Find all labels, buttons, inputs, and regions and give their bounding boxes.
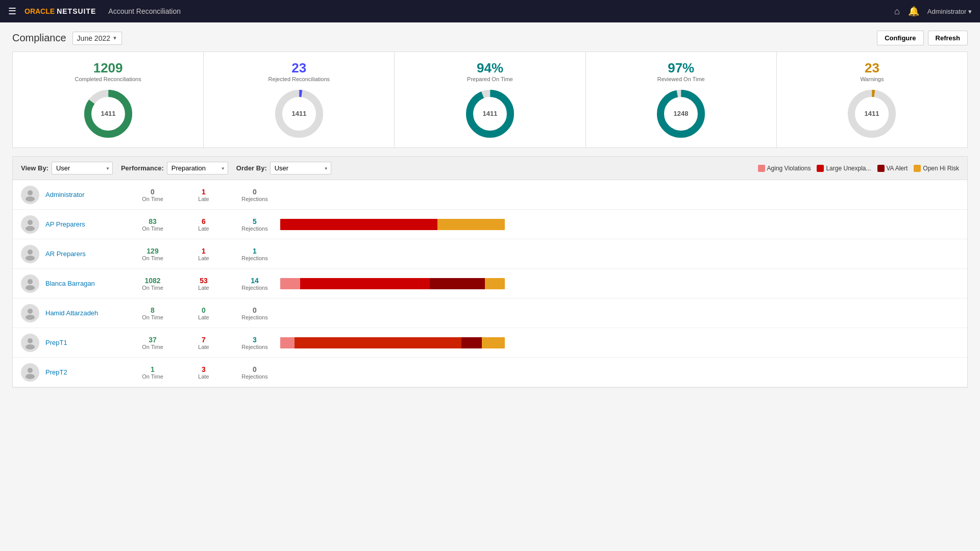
rejections-val-1: 5 — [229, 217, 280, 226]
view-by-select-wrapper: User Group Account Type — [52, 162, 113, 174]
user-name-0[interactable]: Administrator — [45, 191, 127, 198]
legend-item-3: Open Hi Risk — [914, 165, 959, 172]
user-name-4[interactable]: Hamid Attarzadeh — [45, 309, 127, 317]
stats-row: 1209 Completed Reconciliations 1411 23 R… — [12, 52, 968, 148]
svg-point-17 — [28, 220, 33, 225]
bar-container-3 — [280, 277, 959, 291]
bar-seg-1-1 — [437, 219, 505, 230]
stat-label-4: Warnings — [860, 76, 884, 82]
svg-text:1411: 1411 — [865, 110, 879, 117]
late-val-1: 6 — [178, 217, 229, 226]
bar-container-0 — [280, 188, 959, 202]
on-time-val-6: 1 — [127, 365, 178, 373]
stat-card-4: 23 Warnings 1411 — [777, 52, 967, 147]
on-time-val-3: 1082 — [127, 277, 178, 285]
on-time-val-2: 129 — [127, 247, 178, 255]
bar-container-4 — [280, 306, 959, 320]
svg-text:1411: 1411 — [291, 110, 306, 117]
on-time-cell-4: 8 On Time — [127, 306, 178, 320]
on-time-label-5: On Time — [127, 344, 178, 350]
svg-point-26 — [26, 344, 35, 349]
svg-point-25 — [28, 338, 33, 343]
header-buttons: Configure Refresh — [877, 31, 968, 45]
svg-point-15 — [28, 190, 33, 195]
refresh-button[interactable]: Refresh — [928, 31, 968, 45]
order-by-select[interactable]: User On Time Late — [270, 162, 331, 174]
logo: ORACLE NETSUITE — [24, 7, 96, 15]
on-time-val-0: 0 — [127, 188, 178, 196]
header-left: Compliance June 2022 ▼ — [12, 32, 122, 45]
stat-card-2: 94% Prepared On Time 1411 — [395, 52, 585, 147]
rejections-cell-1: 5 Rejections — [229, 217, 280, 232]
rejections-label-3: Rejections — [229, 285, 280, 291]
rejections-val-2: 1 — [229, 247, 280, 255]
order-by-group: Order By: User On Time Late — [236, 162, 331, 174]
user-avatar-4 — [21, 304, 39, 322]
stat-donut-0: 1411 — [83, 88, 134, 139]
legend-item-0: Aging Violations — [758, 165, 811, 172]
admin-menu[interactable]: Administrator ▾ — [927, 8, 972, 15]
rejections-cell-4: 0 Rejections — [229, 306, 280, 320]
bar-seg-3-0 — [280, 278, 300, 289]
on-time-cell-5: 37 On Time — [127, 336, 178, 350]
month-selector[interactable]: June 2022 ▼ — [72, 32, 122, 45]
late-val-3: 53 — [178, 277, 229, 285]
late-label-5: Late — [178, 344, 229, 350]
bell-icon[interactable]: 🔔 — [908, 6, 919, 17]
stat-card-0: 1209 Completed Reconciliations 1411 — [13, 52, 204, 147]
svg-point-21 — [28, 279, 33, 284]
compliance-title: Compliance — [12, 32, 66, 44]
rejections-cell-0: 0 Rejections — [229, 188, 280, 202]
stat-number-2: 94% — [477, 60, 503, 76]
configure-button[interactable]: Configure — [877, 31, 923, 45]
late-label-2: Late — [178, 255, 229, 261]
svg-text:1411: 1411 — [101, 110, 115, 117]
table-row: AR Preparers 129 On Time 1 Late 1 Reject… — [13, 239, 967, 269]
late-cell-2: 1 Late — [178, 247, 229, 261]
on-time-cell-1: 83 On Time — [127, 217, 178, 232]
on-time-label-1: On Time — [127, 226, 178, 232]
rejections-label-4: Rejections — [229, 314, 280, 320]
on-time-cell-0: 0 On Time — [127, 188, 178, 202]
home-icon[interactable]: ⌂ — [894, 6, 900, 17]
svg-point-20 — [26, 256, 35, 261]
on-time-cell-6: 1 On Time — [127, 365, 178, 380]
svg-point-27 — [28, 368, 33, 373]
late-label-4: Late — [178, 314, 229, 320]
rejections-cell-3: 14 Rejections — [229, 277, 280, 291]
bar-container-5 — [280, 336, 959, 350]
legend-label-2: VA Alert — [887, 165, 908, 172]
performance-select[interactable]: Preparation Review Approval — [167, 162, 228, 174]
bar-seg-3-3 — [485, 278, 505, 289]
svg-text:1411: 1411 — [483, 110, 498, 117]
order-by-label: Order By: — [236, 164, 267, 172]
legend-color-3 — [914, 165, 921, 172]
user-avatar-1 — [21, 215, 39, 234]
on-time-val-5: 37 — [127, 336, 178, 344]
user-name-1[interactable]: AP Preparers — [45, 220, 127, 228]
user-name-6[interactable]: PrepT2 — [45, 368, 127, 376]
svg-point-24 — [26, 315, 35, 320]
user-name-2[interactable]: AR Preparers — [45, 250, 127, 258]
month-chevron-icon: ▼ — [112, 35, 117, 41]
user-name-5[interactable]: PrepT1 — [45, 339, 127, 346]
svg-point-18 — [26, 226, 35, 231]
rejections-val-4: 0 — [229, 306, 280, 314]
hamburger-icon[interactable]: ☰ — [8, 6, 16, 17]
rejections-label-0: Rejections — [229, 196, 280, 202]
bar-seg-5-3 — [482, 337, 505, 348]
nav-right: ⌂ 🔔 Administrator ▾ — [894, 6, 972, 17]
stat-label-1: Rejected Reconciliations — [268, 76, 330, 82]
late-label-1: Late — [178, 226, 229, 232]
view-by-select[interactable]: User Group Account Type — [52, 162, 113, 174]
table-row: Administrator 0 On Time 1 Late 0 Rejecti… — [13, 180, 967, 210]
month-value: June 2022 — [77, 34, 110, 42]
stat-label-3: Reviewed On Time — [657, 76, 705, 82]
data-table: Administrator 0 On Time 1 Late 0 Rejecti… — [12, 180, 968, 388]
user-name-3[interactable]: Blanca Barragan — [45, 280, 127, 287]
bar-inner-3 — [280, 278, 505, 289]
late-cell-4: 0 Late — [178, 306, 229, 320]
netsuite-logo: NETSUITE — [57, 7, 96, 15]
rejections-label-2: Rejections — [229, 255, 280, 261]
bar-seg-3-2 — [430, 278, 485, 289]
